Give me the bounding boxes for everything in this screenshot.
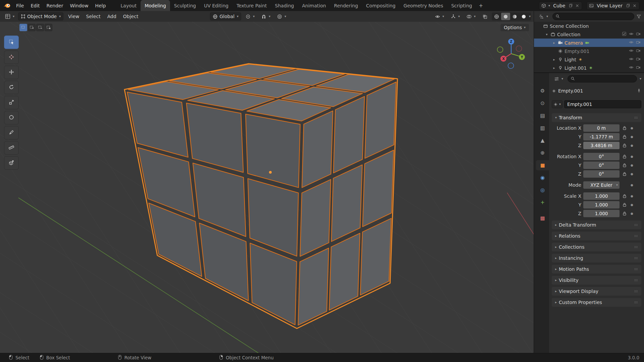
- workspace-tab-layout[interactable]: Layout: [117, 0, 141, 11]
- properties-tab-view-layer[interactable]: ▥: [536, 123, 549, 133]
- outliner-row-light[interactable]: ▸Light: [534, 55, 644, 64]
- lock-icon[interactable]: [622, 134, 627, 139]
- lock-icon[interactable]: [622, 126, 627, 130]
- properties-tab-world[interactable]: ⊕: [536, 148, 549, 158]
- panel-instancing[interactable]: ▸Instancing: [552, 254, 641, 262]
- outliner-search[interactable]: [552, 13, 634, 20]
- panel-custom-properties[interactable]: ▸Custom Properties: [552, 298, 641, 307]
- new-view-layer-button[interactable]: [626, 3, 631, 8]
- properties-tab-constraints[interactable]: ◎: [536, 185, 549, 195]
- animate-decorator-dot[interactable]: ●: [631, 155, 633, 158]
- unlink-scene-button[interactable]: [575, 4, 580, 8]
- mode-selector[interactable]: Object Mode ▾: [18, 12, 63, 20]
- panel-grip-icon[interactable]: [634, 223, 639, 227]
- toggle-xray-button[interactable]: [480, 13, 490, 20]
- filter-icon[interactable]: [636, 14, 641, 19]
- workspace-tab-shading[interactable]: Shading: [271, 0, 298, 11]
- new-scene-button[interactable]: [568, 3, 573, 8]
- workspace-tab-animation[interactable]: Animation: [298, 0, 330, 11]
- select-mode-subtract-button[interactable]: [36, 24, 44, 31]
- panel-grip-icon[interactable]: [634, 278, 639, 283]
- value-field-y[interactable]: 1.000: [583, 201, 620, 208]
- panel-grip-icon[interactable]: [634, 300, 639, 305]
- animate-decorator-dot[interactable]: ●: [631, 164, 633, 167]
- shading-material-button[interactable]: [510, 13, 519, 20]
- properties-tab-render[interactable]: ⊙: [536, 98, 549, 108]
- pin-icon[interactable]: [637, 88, 641, 93]
- animate-decorator-dot[interactable]: ●: [631, 212, 633, 215]
- view-layer-selector[interactable]: View Layer: [587, 2, 639, 10]
- menu-render[interactable]: Render: [43, 1, 67, 10]
- show-gizmos-toggle[interactable]: ▾: [448, 13, 462, 20]
- outliner-row-empty-001[interactable]: Empty.001: [534, 47, 644, 55]
- value-field-z[interactable]: 0°: [583, 170, 620, 178]
- tool-transform-button[interactable]: [4, 111, 19, 124]
- eye-icon[interactable]: [629, 57, 634, 62]
- value-field-y[interactable]: 0°: [583, 162, 620, 169]
- panel-delta-transform[interactable]: ▸Delta Transform: [552, 221, 641, 229]
- outliner-row-scene-collection[interactable]: Scene Collection: [534, 22, 644, 30]
- select-mode-new-button[interactable]: [19, 24, 27, 31]
- checkbox-icon[interactable]: [622, 32, 627, 37]
- panel-grip-icon[interactable]: [634, 267, 639, 272]
- outliner-row-camera[interactable]: ▸Camera: [534, 39, 644, 47]
- panel-grip-icon[interactable]: [634, 245, 639, 249]
- lock-icon[interactable]: [622, 163, 627, 168]
- panel-grip-icon[interactable]: [634, 289, 639, 294]
- panel-relations[interactable]: ▸Relations: [552, 232, 641, 240]
- workspace-tab-uv-editing[interactable]: UV Editing: [200, 0, 232, 11]
- id-type-button[interactable]: ▾: [552, 100, 562, 108]
- properties-tab-output[interactable]: ▤: [536, 111, 549, 121]
- panel-visibility[interactable]: ▸Visibility: [552, 276, 641, 285]
- properties-tab-scene[interactable]: ▲: [536, 135, 549, 145]
- workspace-tab-modeling[interactable]: Modeling: [141, 0, 170, 11]
- value-field-location-x[interactable]: 0 m: [583, 124, 620, 132]
- panel-viewport-display[interactable]: ▸Viewport Display: [552, 287, 641, 296]
- panel-collections[interactable]: ▸Collections: [552, 243, 641, 251]
- lock-icon[interactable]: [622, 194, 627, 198]
- tool-tweak-select-button[interactable]: [4, 36, 19, 49]
- viewport-menu-add[interactable]: Add: [104, 12, 120, 21]
- properties-tab-object-data[interactable]: +: [536, 197, 549, 207]
- value-field-z[interactable]: 3.4816 m: [583, 142, 620, 149]
- camera-toggle-icon[interactable]: [636, 48, 641, 54]
- tool-cursor-3d-button[interactable]: [4, 51, 19, 64]
- snap-toggle[interactable]: ▾: [259, 13, 273, 20]
- tool-add-cube-button[interactable]: [4, 156, 19, 170]
- properties-editor-selector[interactable]: ▾: [552, 75, 566, 82]
- properties-tab-object[interactable]: ■: [536, 160, 549, 170]
- lock-icon[interactable]: [622, 172, 627, 176]
- animate-decorator-dot[interactable]: ●: [631, 126, 633, 130]
- workspace-tab-sculpting[interactable]: Sculpting: [170, 0, 200, 11]
- workspace-tab-geometry-nodes[interactable]: Geometry Nodes: [399, 0, 447, 11]
- transform-panel-header[interactable]: ▾ Transform: [552, 113, 641, 122]
- value-field-y[interactable]: -1.1777 m: [583, 133, 620, 140]
- select-mode-intersect-button[interactable]: [45, 24, 52, 31]
- lock-icon[interactable]: [622, 211, 627, 216]
- panel-motion-paths[interactable]: ▸Motion Paths: [552, 265, 641, 274]
- menu-edit[interactable]: Edit: [27, 1, 43, 10]
- workspace-tab-compositing[interactable]: Compositing: [362, 0, 399, 11]
- animate-decorator-dot[interactable]: ●: [631, 144, 633, 147]
- animate-decorator-dot[interactable]: ●: [631, 194, 633, 198]
- transform-orientation-dropdown[interactable]: Global ▾: [210, 12, 241, 20]
- outliner-row-light-001[interactable]: ▸Light.001: [534, 64, 644, 72]
- chevron-down-icon[interactable]: ▾: [640, 77, 641, 80]
- properties-search[interactable]: [568, 75, 637, 82]
- shading-rendered-button[interactable]: [519, 13, 528, 20]
- menu-help[interactable]: Help: [92, 1, 109, 10]
- tool-scale-button[interactable]: [4, 96, 19, 109]
- menu-window[interactable]: Window: [66, 1, 92, 10]
- shading-solid-button[interactable]: [501, 13, 510, 20]
- viewport-menu-view[interactable]: View: [65, 12, 83, 21]
- workspace-tab-scripting[interactable]: Scripting: [447, 0, 476, 11]
- tool-annotate-button[interactable]: [4, 126, 19, 139]
- menu-file[interactable]: File: [13, 1, 27, 10]
- animate-decorator-dot[interactable]: ●: [631, 135, 633, 138]
- eye-icon[interactable]: [629, 32, 634, 37]
- properties-tab-tool[interactable]: ⚙: [536, 86, 549, 96]
- shading-wireframe-button[interactable]: [492, 13, 501, 20]
- eye-icon[interactable]: [629, 65, 634, 71]
- animate-decorator-dot[interactable]: ●: [631, 203, 633, 206]
- mode-dropdown[interactable]: XYZ Euler▾: [583, 181, 620, 189]
